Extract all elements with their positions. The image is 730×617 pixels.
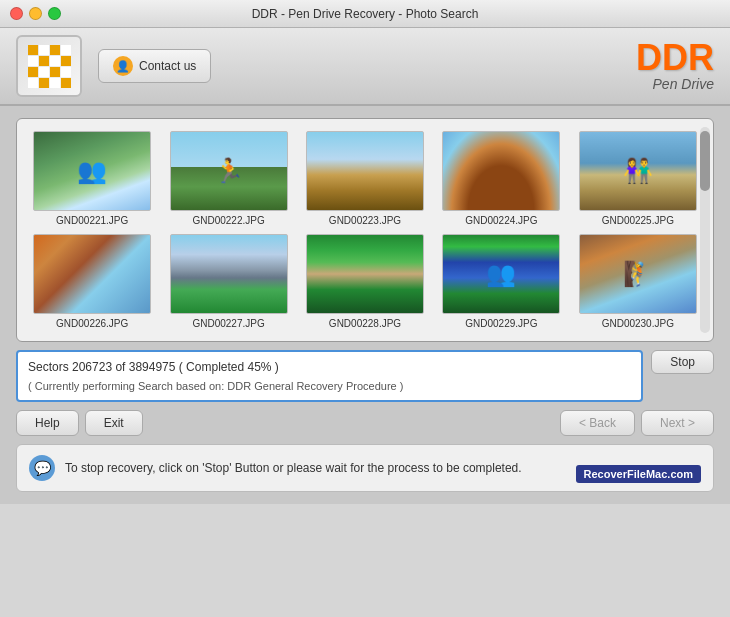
photo-thumb-GND00224[interactable] (442, 131, 560, 211)
scrollbar-thumb[interactable] (700, 131, 710, 191)
nav-buttons: Help Exit < Back Next > (16, 410, 714, 436)
photo-thumb-GND00229[interactable]: 👥 (442, 234, 560, 314)
logo-cell (39, 45, 49, 55)
photo-item-GND00224[interactable]: GND00224.JPG (438, 131, 564, 226)
photo-label-GND00227: GND00227.JPG (192, 318, 264, 329)
brand-area: DDR Pen Drive (636, 40, 714, 92)
watermark: RecoverFileMac.com (576, 465, 701, 483)
logo-cell (28, 78, 38, 88)
info-bar: To stop recovery, click on 'Stop' Button… (16, 444, 714, 492)
brand-subtitle: Pen Drive (636, 76, 714, 92)
photo-thumb-GND00230[interactable]: 🧗 (579, 234, 697, 314)
close-button[interactable] (10, 7, 23, 20)
logo-cell (39, 67, 49, 77)
logo-grid (28, 45, 71, 88)
logo-cell (50, 67, 60, 77)
app-logo (16, 35, 82, 97)
contact-label: Contact us (139, 59, 196, 73)
photo-item-GND00228[interactable]: GND00228.JPG (302, 234, 428, 329)
progress-box: Sectors 206723 of 3894975 ( Completed 45… (16, 350, 643, 402)
logo-cell (28, 45, 38, 55)
logo-cell (61, 67, 71, 77)
photo-thumb-GND00227[interactable] (170, 234, 288, 314)
logo-cell (28, 56, 38, 66)
photo-item-GND00221[interactable]: 👥GND00221.JPG (29, 131, 155, 226)
photo-thumb-GND00228[interactable] (306, 234, 424, 314)
sector-progress-text: Sectors 206723 of 3894975 ( Completed 45… (28, 360, 631, 374)
main-area: 👥GND00221.JPG🏃GND00222.JPGGND00223.JPGGN… (0, 106, 730, 504)
photo-item-GND00223[interactable]: GND00223.JPG (302, 131, 428, 226)
photo-item-GND00225[interactable]: 👫GND00225.JPG (575, 131, 701, 226)
contact-button[interactable]: 👤 Contact us (98, 49, 211, 83)
photo-thumb-GND00223[interactable] (306, 131, 424, 211)
contact-icon: 👤 (113, 56, 133, 76)
photo-item-GND00226[interactable]: GND00226.JPG (29, 234, 155, 329)
stop-button[interactable]: Stop (651, 350, 714, 374)
photo-thumb-GND00226[interactable] (33, 234, 151, 314)
photo-thumb-GND00222[interactable]: 🏃 (170, 131, 288, 211)
photo-label-GND00225: GND00225.JPG (602, 215, 674, 226)
scrollbar[interactable] (700, 127, 710, 333)
logo-cell (61, 78, 71, 88)
procedure-text: ( Currently performing Search based on: … (28, 380, 631, 392)
next-button[interactable]: Next > (641, 410, 714, 436)
photo-label-GND00230: GND00230.JPG (602, 318, 674, 329)
photo-label-GND00228: GND00228.JPG (329, 318, 401, 329)
photo-thumb-GND00221[interactable]: 👥 (33, 131, 151, 211)
photo-item-GND00222[interactable]: 🏃GND00222.JPG (165, 131, 291, 226)
logo-cell (50, 45, 60, 55)
window-title: DDR - Pen Drive Recovery - Photo Search (252, 7, 479, 21)
photo-item-GND00227[interactable]: GND00227.JPG (165, 234, 291, 329)
logo-cell (39, 56, 49, 66)
logo-cell (50, 56, 60, 66)
logo-cell (61, 45, 71, 55)
app-header: 👤 Contact us DDR Pen Drive (0, 28, 730, 106)
logo-cell (61, 56, 71, 66)
info-icon (29, 455, 55, 481)
photo-item-GND00230[interactable]: 🧗GND00230.JPG (575, 234, 701, 329)
photo-label-GND00226: GND00226.JPG (56, 318, 128, 329)
photo-label-GND00229: GND00229.JPG (465, 318, 537, 329)
logo-cell (50, 78, 60, 88)
brand-title: DDR (636, 40, 714, 76)
photo-label-GND00223: GND00223.JPG (329, 215, 401, 226)
help-button[interactable]: Help (16, 410, 79, 436)
photo-thumb-GND00225[interactable]: 👫 (579, 131, 697, 211)
maximize-button[interactable] (48, 7, 61, 20)
photo-item-GND00229[interactable]: 👥GND00229.JPG (438, 234, 564, 329)
photo-label-GND00224: GND00224.JPG (465, 215, 537, 226)
photo-label-GND00221: GND00221.JPG (56, 215, 128, 226)
logo-cell (28, 67, 38, 77)
progress-area: Sectors 206723 of 3894975 ( Completed 45… (16, 350, 714, 402)
back-button[interactable]: < Back (560, 410, 635, 436)
info-message: To stop recovery, click on 'Stop' Button… (65, 461, 522, 475)
logo-cell (39, 78, 49, 88)
title-bar: DDR - Pen Drive Recovery - Photo Search (0, 0, 730, 28)
photo-label-GND00222: GND00222.JPG (192, 215, 264, 226)
photo-panel: 👥GND00221.JPG🏃GND00222.JPGGND00223.JPGGN… (16, 118, 714, 342)
minimize-button[interactable] (29, 7, 42, 20)
exit-button[interactable]: Exit (85, 410, 143, 436)
window-controls[interactable] (10, 7, 61, 20)
